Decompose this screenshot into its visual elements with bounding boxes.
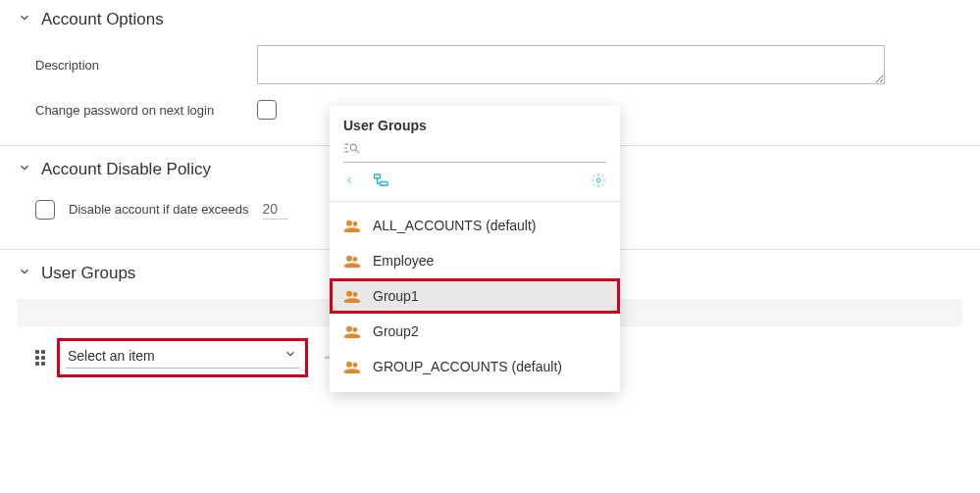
svg-point-10 bbox=[344, 227, 361, 232]
svg-point-16 bbox=[344, 298, 361, 303]
popup-search[interactable] bbox=[343, 139, 606, 163]
chevron-down-icon bbox=[18, 160, 31, 179]
svg-point-9 bbox=[353, 222, 358, 226]
svg-line-4 bbox=[356, 150, 359, 153]
section-title: Account Options bbox=[41, 10, 164, 29]
label-change-password: Change password on next login bbox=[35, 103, 241, 118]
svg-point-21 bbox=[353, 363, 358, 368]
svg-point-14 bbox=[346, 291, 352, 297]
gear-icon[interactable] bbox=[591, 173, 606, 191]
popup-item-label: GROUP_ACCOUNTS (default) bbox=[373, 359, 562, 374]
select-placeholder: Select an item bbox=[68, 348, 155, 364]
chevron-down-icon bbox=[18, 10, 31, 29]
popup-title: User Groups bbox=[330, 118, 620, 139]
svg-point-20 bbox=[346, 362, 352, 368]
group-icon bbox=[343, 254, 361, 268]
svg-point-7 bbox=[596, 178, 600, 182]
section-title: User Groups bbox=[41, 264, 135, 283]
svg-point-19 bbox=[344, 333, 361, 338]
group-icon bbox=[343, 324, 361, 338]
row-description: Description bbox=[18, 39, 962, 94]
chevron-down-icon bbox=[18, 264, 31, 283]
checkbox-disable-account[interactable] bbox=[35, 200, 55, 220]
svg-point-8 bbox=[346, 221, 352, 226]
popup-item-label: Group1 bbox=[373, 288, 419, 304]
chevron-down-icon bbox=[284, 347, 297, 364]
popup-item-group1[interactable]: Group1 bbox=[330, 278, 620, 314]
popup-toolbar bbox=[330, 163, 620, 202]
user-groups-popup: User Groups bbox=[330, 106, 620, 392]
popup-item-group2[interactable]: Group2 bbox=[330, 314, 620, 349]
svg-point-11 bbox=[346, 256, 352, 262]
section-title: Account Disable Policy bbox=[41, 160, 211, 179]
popup-item-employee[interactable]: Employee bbox=[330, 243, 620, 278]
svg-rect-5 bbox=[375, 174, 381, 178]
tree-icon[interactable] bbox=[373, 173, 390, 191]
svg-point-12 bbox=[353, 257, 358, 262]
search-filter-icon bbox=[343, 142, 361, 158]
svg-rect-6 bbox=[381, 182, 388, 186]
back-icon[interactable] bbox=[343, 173, 355, 190]
svg-point-22 bbox=[344, 369, 361, 373]
popup-item-group-accounts[interactable]: GROUP_ACCOUNTS (default) bbox=[330, 349, 620, 384]
popup-list: ALL_ACCOUNTS (default) Employee Group1 G… bbox=[330, 202, 620, 384]
svg-point-17 bbox=[346, 326, 352, 332]
drag-handle-icon[interactable] bbox=[35, 350, 45, 366]
svg-point-13 bbox=[344, 263, 361, 268]
user-group-select[interactable]: Select an item bbox=[57, 338, 308, 377]
svg-point-15 bbox=[353, 292, 358, 297]
svg-point-18 bbox=[353, 327, 358, 332]
disable-date-input[interactable]: 20 bbox=[263, 199, 288, 220]
label-description: Description bbox=[35, 58, 241, 73]
popup-item-label: Employee bbox=[373, 253, 434, 269]
popup-item-label: Group2 bbox=[373, 323, 419, 339]
popup-item-label: ALL_ACCOUNTS (default) bbox=[373, 218, 537, 233]
group-icon bbox=[343, 289, 361, 303]
group-icon bbox=[343, 360, 361, 373]
label-disable-account: Disable account if date exceeds bbox=[69, 202, 249, 217]
section-header-account-options[interactable]: Account Options bbox=[18, 6, 962, 39]
svg-point-3 bbox=[350, 144, 356, 150]
checkbox-change-password[interactable] bbox=[257, 100, 277, 120]
popup-item-all-accounts[interactable]: ALL_ACCOUNTS (default) bbox=[330, 208, 620, 243]
group-icon bbox=[343, 219, 361, 232]
description-input[interactable] bbox=[257, 45, 885, 84]
